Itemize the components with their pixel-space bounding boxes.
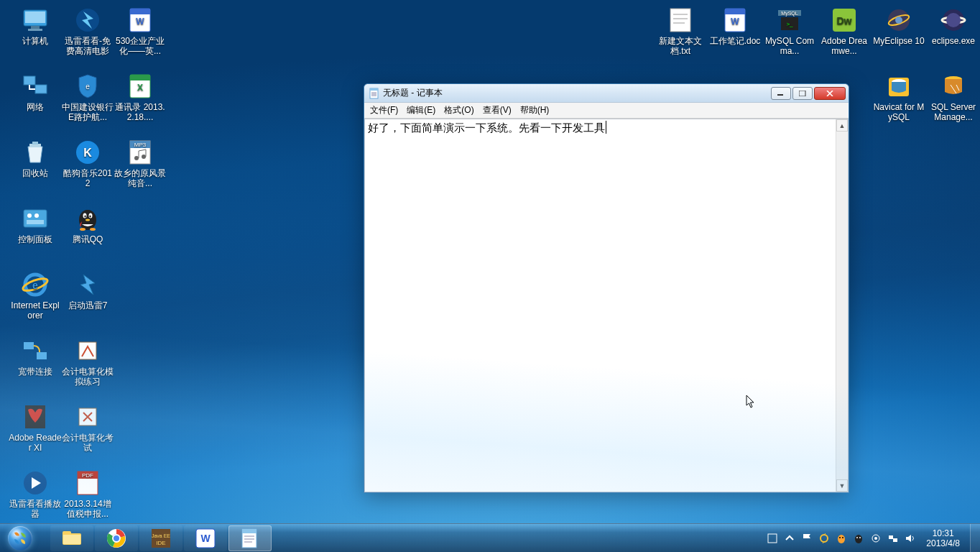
- svg-point-99: [856, 537, 858, 538]
- explorer-task[interactable]: [50, 525, 93, 551]
- contacts-icon[interactable]: X通讯录 2013.2.18....: [114, 72, 167, 122]
- javaee-task[interactable]: Java EEIDE: [139, 525, 182, 551]
- menu-o[interactable]: 格式(O): [444, 104, 473, 116]
- volume-icon[interactable]: [905, 533, 916, 544]
- kugou-icon-glyph: K: [73, 138, 102, 167]
- pdf-tax-icon[interactable]: PDF2013.3.14增值税申报...: [61, 469, 114, 519]
- svg-text:>_: >_: [786, 21, 793, 27]
- icon-label: 会计电算化模拟练习: [61, 367, 114, 387]
- close-button[interactable]: [814, 87, 846, 100]
- sqlserver-icon[interactable]: SQL Server Manage...: [927, 72, 980, 122]
- mp3-icon[interactable]: MP3故乡的原风景 纯音...: [114, 138, 167, 188]
- qq-tray-icon[interactable]: [836, 533, 847, 544]
- svg-rect-39: [24, 342, 34, 349]
- maximize-button[interactable]: [792, 87, 813, 100]
- settings-tray-icon[interactable]: [870, 533, 882, 544]
- sync-icon[interactable]: [818, 533, 830, 544]
- svg-point-33: [85, 219, 90, 221]
- pdf-tax-icon-glyph: PDF: [73, 469, 102, 497]
- navicat-icon[interactable]: Navicat for MySQL: [872, 72, 925, 122]
- navicat-icon-glyph: [884, 72, 913, 101]
- svg-point-102: [874, 537, 877, 540]
- action-center-icon[interactable]: [767, 533, 778, 544]
- eclipse-icon[interactable]: eclipse.exe: [927, 6, 980, 46]
- svg-rect-12: [130, 75, 150, 80]
- menu-f[interactable]: 文件(F): [370, 104, 398, 116]
- svg-text:MP3: MP3: [134, 142, 147, 148]
- scroll-track[interactable]: [836, 132, 848, 479]
- network-tray-icon[interactable]: [887, 533, 899, 544]
- svg-point-25: [34, 213, 39, 218]
- menu-e[interactable]: 编辑(E): [407, 104, 435, 116]
- dreamweaver-icon[interactable]: DwAdobe Dreamwe...: [818, 6, 871, 56]
- qq-tray-icon-2[interactable]: [853, 533, 864, 544]
- icon-label: 启动迅雷7: [68, 300, 108, 310]
- myeclipse-icon[interactable]: MyEclipse 10: [872, 6, 925, 46]
- menu-v[interactable]: 查看(V): [483, 104, 512, 116]
- svg-text:W: W: [731, 17, 739, 27]
- start-xunlei-icon-glyph: [73, 270, 102, 299]
- qq-icon[interactable]: 腾讯QQ: [61, 204, 114, 244]
- mysql-cmd-icon[interactable]: MySQL>_MySQL Comma...: [763, 6, 816, 56]
- ie-icon[interactable]: eInternet Explorer: [9, 270, 62, 321]
- flag-icon[interactable]: [801, 533, 813, 544]
- recycle-icon-glyph: [21, 138, 50, 167]
- svg-point-82: [113, 535, 120, 542]
- svg-rect-2: [31, 26, 40, 29]
- svg-text:Dw: Dw: [837, 15, 852, 27]
- xunlei-kankan-icon[interactable]: 迅雷看看-免费高清电影: [61, 6, 114, 56]
- icon-label: 控制面板: [18, 234, 52, 244]
- svg-point-31: [85, 216, 86, 218]
- doc-530-icon-glyph: W: [126, 6, 154, 34]
- chevron-up-icon[interactable]: [784, 533, 795, 544]
- svg-point-28: [81, 210, 94, 224]
- scroll-up-button[interactable]: ▲: [836, 119, 848, 132]
- recycle-icon[interactable]: 回收站: [9, 138, 62, 178]
- eclipse-icon-glyph: [939, 6, 968, 34]
- kugou-icon[interactable]: K酷狗音乐2012: [61, 138, 114, 188]
- scroll-down-button[interactable]: ▼: [836, 479, 848, 492]
- start-button[interactable]: [0, 524, 40, 552]
- icon-label: 会计电算化考试: [61, 433, 114, 453]
- vertical-scrollbar[interactable]: ▲ ▼: [836, 119, 848, 492]
- broadband-icon[interactable]: 宽带连接: [9, 336, 62, 377]
- network-icon[interactable]: 网络: [9, 72, 62, 112]
- acct-sim-icon-glyph: [73, 336, 102, 365]
- svg-rect-15: [32, 142, 38, 144]
- text-area[interactable]: 好了，下面简单演示一下系统。先看一下开发工具: [365, 119, 836, 492]
- acct-sim-icon[interactable]: 会计电算化模拟练习: [61, 336, 114, 387]
- titlebar[interactable]: 无标题 - 记事本: [364, 84, 849, 103]
- show-desktop-button[interactable]: [970, 524, 980, 552]
- svg-rect-71: [370, 88, 378, 91]
- svg-point-94: [820, 535, 828, 542]
- notepad-task[interactable]: [228, 525, 272, 551]
- doc-530-icon[interactable]: W530企业产业化——英...: [114, 6, 167, 56]
- icon-label: 中国建设银行E路护航...: [61, 102, 114, 122]
- svg-rect-3: [28, 29, 42, 31]
- menu-h[interactable]: 帮助(H): [520, 104, 550, 116]
- word-task[interactable]: W: [184, 525, 227, 551]
- xunlei-player-icon-glyph: [21, 469, 50, 497]
- start-xunlei-icon[interactable]: 启动迅雷7: [61, 270, 114, 310]
- icon-label: 网络: [27, 102, 44, 112]
- worknote-icon[interactable]: W工作笔记.doc: [708, 6, 762, 46]
- icon-label: eclipse.exe: [932, 36, 975, 46]
- text-caret: [606, 121, 606, 134]
- xunlei-player-icon[interactable]: 迅雷看看播放器: [9, 469, 62, 519]
- ccb-icon[interactable]: e中国建设银行E路护航...: [61, 72, 114, 122]
- chrome-task[interactable]: [95, 525, 138, 551]
- clock[interactable]: 10:312013/4/8: [922, 528, 964, 548]
- computer-icon[interactable]: 计算机: [9, 6, 62, 46]
- svg-point-98: [855, 535, 862, 543]
- acct-exam-icon[interactable]: 会计电算化考试: [61, 402, 114, 453]
- network-icon-glyph: [21, 72, 50, 101]
- adobe-reader-icon[interactable]: Adobe Reader XI: [9, 402, 62, 453]
- control-panel-icon[interactable]: 控制面板: [9, 204, 62, 244]
- broadband-icon-glyph: [21, 336, 50, 365]
- svg-text:PDF: PDF: [82, 472, 93, 479]
- qq-icon-glyph: [73, 204, 102, 233]
- newtxt-icon[interactable]: 新建文本文档.txt: [654, 6, 707, 56]
- desktop[interactable]: 计算机迅雷看看-免费高清电影W530企业产业化——英...网络e中国建设银行E路…: [0, 0, 980, 552]
- minimize-button[interactable]: [771, 87, 791, 100]
- mysql-cmd-icon-glyph: MySQL>_: [775, 6, 804, 34]
